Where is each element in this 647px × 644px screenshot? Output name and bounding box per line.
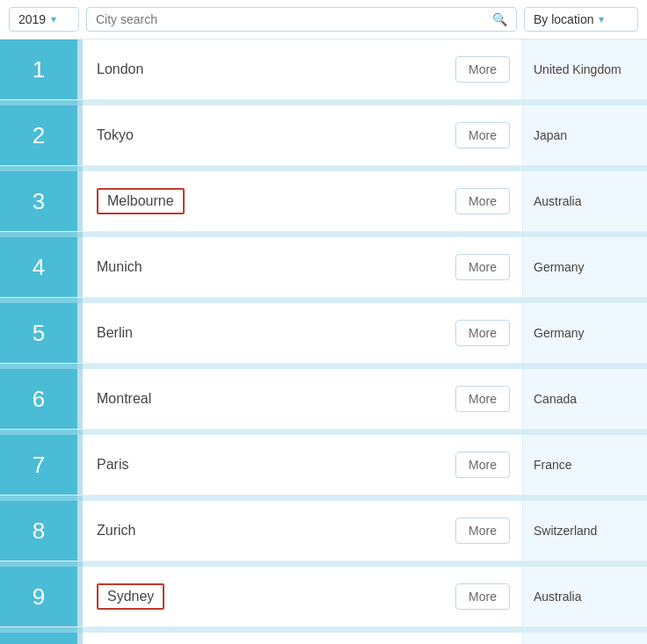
- rank-cell: 6: [0, 369, 77, 429]
- more-cell: More: [443, 237, 522, 297]
- more-cell: More: [443, 171, 522, 231]
- country-label: United Kingdom: [534, 62, 622, 76]
- rank-cell: 9: [0, 567, 77, 626]
- more-button[interactable]: More: [455, 583, 510, 610]
- city-cell: Montreal: [83, 369, 443, 429]
- country-label: Australia: [534, 194, 581, 208]
- more-button[interactable]: More: [455, 188, 510, 214]
- location-chevron: ▾: [599, 13, 604, 25]
- city-name: Munich: [97, 259, 142, 275]
- country-label: Switzerland: [534, 524, 597, 538]
- city-name: London: [97, 62, 143, 77]
- rank-cell: 8: [0, 501, 77, 561]
- city-name: Berlin: [97, 325, 133, 341]
- table-row: 7 Paris More France: [0, 435, 647, 496]
- country-label: France: [534, 458, 572, 472]
- more-cell: More: [443, 105, 522, 165]
- search-icon: 🔍: [492, 12, 507, 26]
- country-label: Germany: [534, 260, 585, 274]
- country-label: Japan: [534, 128, 567, 142]
- search-box: 🔍: [86, 7, 517, 32]
- header-row: 2019 ▾ 🔍 By location ▾: [0, 0, 647, 40]
- city-cell: Munich: [83, 237, 443, 297]
- more-cell: More: [443, 633, 522, 644]
- location-label: By location: [534, 12, 593, 26]
- table-row: 9 Sydney More Australia: [0, 567, 647, 627]
- more-cell: More: [443, 435, 522, 495]
- table-row: 10 Seoul More South Korea: [0, 633, 647, 644]
- rank-cell: 4: [0, 237, 77, 297]
- more-button[interactable]: More: [455, 254, 510, 280]
- city-cell: Seoul: [83, 633, 443, 644]
- city-cell: Sydney: [83, 567, 443, 626]
- more-cell: More: [443, 501, 522, 561]
- more-button[interactable]: More: [455, 122, 510, 148]
- table-row: 4 Munich More Germany: [0, 237, 647, 298]
- country-label: Germany: [534, 326, 585, 340]
- country-cell: Japan: [522, 105, 647, 165]
- country-cell: Australia: [522, 567, 647, 626]
- year-chevron: ▾: [51, 13, 56, 25]
- country-cell: South Korea: [522, 633, 647, 644]
- more-button[interactable]: More: [455, 386, 510, 412]
- more-cell: More: [443, 369, 522, 429]
- more-cell: More: [443, 567, 522, 626]
- table-row: 1 London More United Kingdom: [0, 40, 647, 100]
- rank-cell: 5: [0, 303, 77, 363]
- more-button[interactable]: More: [455, 517, 510, 544]
- table-row: 2 Tokyo More Japan: [0, 105, 647, 166]
- city-cell: Paris: [83, 435, 443, 495]
- city-cell: Tokyo: [83, 105, 443, 165]
- rank-cell: 1: [0, 40, 77, 99]
- year-label: 2019: [18, 12, 46, 26]
- table-body: 1 London More United Kingdom 2 Tokyo: [0, 40, 647, 644]
- more-cell: More: [443, 40, 522, 99]
- more-button[interactable]: More: [455, 452, 510, 478]
- city-name: Tokyo: [97, 127, 134, 143]
- table-row: 6 Montreal More Canada: [0, 369, 647, 430]
- city-cell: London: [83, 40, 443, 99]
- country-cell: Canada: [522, 369, 647, 429]
- table-row: 3 Melbourne More Australia: [0, 171, 647, 232]
- country-label: Australia: [534, 590, 581, 604]
- city-cell: Berlin: [83, 303, 443, 363]
- country-cell: France: [522, 435, 647, 495]
- rank-cell: 10: [0, 633, 77, 644]
- more-button[interactable]: More: [455, 320, 510, 346]
- more-button[interactable]: More: [455, 56, 510, 83]
- table-row: 5 Berlin More Germany: [0, 303, 647, 364]
- rank-cell: 7: [0, 435, 77, 495]
- city-cell: Melbourne: [83, 171, 443, 231]
- city-name: Sydney: [97, 583, 164, 610]
- country-cell: Germany: [522, 237, 647, 297]
- country-label: Canada: [534, 392, 577, 406]
- city-cell: Zurich: [83, 501, 443, 561]
- city-name: Zurich: [97, 523, 135, 539]
- year-select[interactable]: 2019 ▾: [9, 7, 79, 32]
- country-cell: Switzerland: [522, 501, 647, 561]
- city-name: Melbourne: [97, 188, 185, 214]
- location-select[interactable]: By location ▾: [524, 7, 638, 32]
- main-container: 2019 ▾ 🔍 By location ▾ 1 London More Uni…: [0, 0, 647, 644]
- city-name: Paris: [97, 457, 128, 473]
- search-input[interactable]: [96, 12, 487, 26]
- table-row: 8 Zurich More Switzerland: [0, 501, 647, 561]
- rank-cell: 3: [0, 171, 77, 231]
- rank-cell: 2: [0, 105, 77, 165]
- country-cell: Germany: [522, 303, 647, 363]
- more-cell: More: [443, 303, 522, 363]
- city-name: Montreal: [97, 391, 151, 407]
- country-cell: Australia: [522, 171, 647, 231]
- country-cell: United Kingdom: [522, 40, 647, 99]
